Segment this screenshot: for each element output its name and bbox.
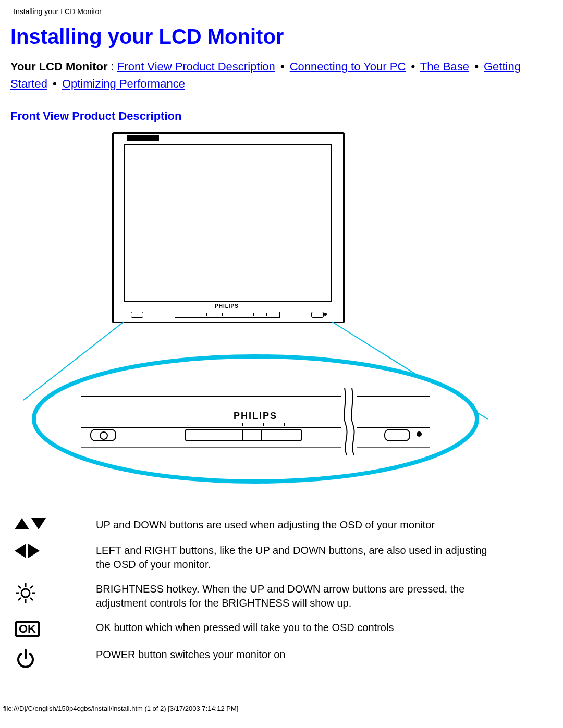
row-text: OK button which when pressed will take y… bbox=[92, 615, 496, 643]
table-row: POWER button switches your monitor on bbox=[10, 643, 496, 678]
horizontal-rule bbox=[10, 100, 553, 100]
page-footer-path: file:///D|/C/english/150p4cgbs/install/i… bbox=[0, 689, 563, 715]
svg-line-9 bbox=[18, 598, 21, 600]
zoom-ok-icon bbox=[384, 429, 410, 441]
table-row: BRIGHTNESS hotkey. When the UP and DOWN … bbox=[10, 577, 496, 615]
up-down-icon bbox=[15, 518, 46, 529]
zoom-panel: PHILIPS bbox=[29, 351, 482, 487]
link-connecting-pc[interactable]: Connecting to Your PC bbox=[290, 60, 406, 73]
svg-line-8 bbox=[30, 586, 33, 588]
bullet: • bbox=[278, 60, 287, 73]
table-row: UP and DOWN buttons are used when adjust… bbox=[10, 513, 496, 538]
monitor-brand-label: PHILIPS bbox=[112, 303, 341, 309]
ok-icon: OK bbox=[15, 621, 40, 637]
row-text: POWER button switches your monitor on bbox=[92, 643, 496, 678]
monitor-illustration: PHILIPS PHILIPS bbox=[10, 132, 553, 508]
brightness-icon bbox=[15, 595, 36, 606]
button-description-table: UP and DOWN buttons are used when adjust… bbox=[10, 513, 496, 678]
break-mark-icon bbox=[341, 388, 357, 455]
row-text: LEFT and RIGHT buttons, like the UP and … bbox=[92, 538, 496, 577]
table-row: OK OK button which when pressed will tak… bbox=[10, 615, 496, 643]
zoom-led-icon bbox=[417, 431, 422, 437]
link-the-base[interactable]: The Base bbox=[420, 60, 469, 73]
bullet: • bbox=[51, 77, 59, 90]
power-icon bbox=[15, 660, 36, 672]
svg-line-6 bbox=[18, 586, 21, 588]
table-row: LEFT and RIGHT buttons, like the UP and … bbox=[10, 538, 496, 577]
svg-line-7 bbox=[30, 598, 33, 600]
link-front-view[interactable]: Front View Product Description bbox=[117, 60, 275, 73]
breadcrumb-sep: : bbox=[108, 60, 117, 73]
bullet: • bbox=[409, 60, 417, 73]
page-header-small: Installing your LCD Monitor bbox=[10, 5, 553, 20]
svg-point-1 bbox=[21, 589, 30, 597]
zoom-brand-label: PHILIPS bbox=[81, 411, 430, 422]
bullet: • bbox=[472, 60, 481, 73]
row-text: BRIGHTNESS hotkey. When the UP and DOWN … bbox=[92, 577, 496, 615]
breadcrumb-lead: Your LCD Monitor bbox=[10, 60, 108, 73]
zoom-osd-buttons bbox=[185, 429, 302, 441]
zoom-power-icon bbox=[90, 429, 116, 441]
monitor-drawing: PHILIPS bbox=[112, 132, 341, 330]
section-title: Front View Product Description bbox=[10, 109, 553, 123]
row-text: UP and DOWN buttons are used when adjust… bbox=[92, 513, 496, 538]
left-right-icon bbox=[15, 544, 40, 558]
link-optimizing-performance[interactable]: Optimizing Performance bbox=[62, 77, 185, 90]
page-title: Installing your LCD Monitor bbox=[10, 25, 553, 48]
breadcrumb: Your LCD Monitor : Front View Product De… bbox=[10, 58, 553, 92]
